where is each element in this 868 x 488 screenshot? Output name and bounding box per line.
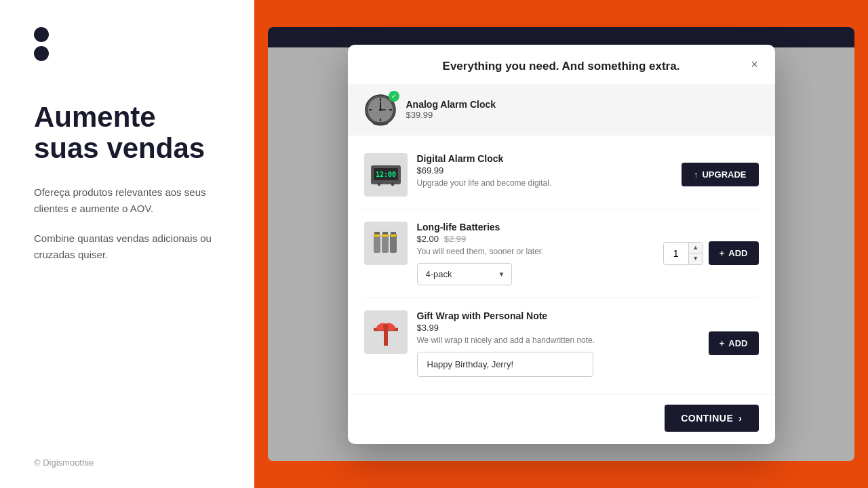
close-button[interactable]: × [747,57,763,73]
variant-select-wrap: 4-pack 8-pack 12-pack ▼ [417,263,512,285]
batteries-add-label: ADD [728,248,747,258]
footer-copyright: © Digismoothie [34,458,94,468]
gift-wrap-icon [367,313,405,351]
gift-wrap-name: Gift Wrap with Personal Note [417,310,699,321]
batteries-action: ▲ ▼ + ADD [663,241,759,265]
quantity-stepper: ▲ ▼ [663,242,703,265]
svg-rect-25 [391,235,396,237]
svg-rect-16 [391,182,394,186]
upgrade-label: UPGRADE [702,169,746,180]
logo [34,27,220,61]
modal-title: Everything you need. And something extra… [443,60,680,73]
current-item-name: Analog Alarm Clock [406,99,496,110]
gift-wrap-info: Gift Wrap with Personal Note $3.99 We wi… [417,310,699,377]
add-plus-icon: + [719,248,725,258]
current-item-info: Analog Alarm Clock $39.99 [406,99,496,120]
svg-rect-24 [391,232,396,235]
current-item-image: ✓ [364,94,397,126]
digital-clock-name: Digital Alarm Clock [417,153,672,164]
upsell-modal: Everything you need. And something extra… [348,45,775,444]
svg-rect-21 [382,232,388,235]
gift-wrap-add-button[interactable]: + ADD [709,331,759,355]
upsell-item-batteries: Long-life Batteries $2.00 $2.99 You will… [364,209,759,298]
svg-rect-22 [382,235,388,237]
logo-dot-top [34,27,49,42]
gift-add-plus-icon: + [719,338,725,348]
svg-rect-18 [374,232,380,235]
current-item-price: $39.99 [406,110,496,120]
batteries-price: $2.00 $2.99 [417,234,654,244]
upsell-item-digital-clock: 12:00 Digital Alarm Clock $69.99 Upgrade… [364,141,759,209]
modal-footer: CONTINUE › [348,394,775,444]
batteries-desc: You will need them, sooner or later. [417,247,654,256]
batteries-icon [367,224,405,262]
digital-clock-action: ↑ UPGRADE [682,163,759,186]
personal-note-input[interactable] [417,352,593,377]
batteries-variant-section: 4-pack 8-pack 12-pack ▼ [417,263,654,285]
svg-rect-17 [374,234,380,253]
current-item-section: ✓ Analog Alarm Clock $39.99 [348,84,775,136]
right-panel: Everything you need. And something extra… [254,0,868,488]
continue-label: CONTINUE [681,413,733,424]
svg-rect-15 [378,182,380,186]
qty-buttons: ▲ ▼ [688,243,703,264]
gift-wrap-image [364,310,408,354]
logo-dot-bottom [34,46,49,61]
quantity-input[interactable] [664,245,688,262]
svg-rect-19 [374,235,380,237]
personal-note-section [417,352,699,377]
svg-point-11 [384,122,388,125]
gift-wrap-price: $3.99 [417,323,699,333]
svg-text:12:00: 12:00 [375,171,395,178]
svg-point-10 [373,122,377,125]
digital-clock-image: 12:00 [364,153,408,197]
modal-header: Everything you need. And something extra… [348,45,775,84]
hero-title: Aumente suas vendas [34,102,220,164]
variant-select[interactable]: 4-pack 8-pack 12-pack [417,263,512,285]
continue-button[interactable]: CONTINUE › [665,405,758,432]
batteries-add-button[interactable]: + ADD [709,241,759,265]
batteries-name: Long-life Batteries [417,222,654,232]
hero-desc-1: Ofereça produtos relevantes aos seus cli… [34,184,220,217]
upsell-list: 12:00 Digital Alarm Clock $69.99 Upgrade… [348,136,775,394]
qty-increase-button[interactable]: ▲ [689,243,703,253]
upsell-item-gift-wrap: Gift Wrap with Personal Note $3.99 We wi… [364,298,759,389]
digital-clock-icon: 12:00 [367,156,405,194]
gift-wrap-desc: We will wrap it nicely and add a handwri… [417,336,699,345]
svg-rect-20 [382,234,389,253]
batteries-image [364,222,408,265]
check-badge: ✓ [389,91,399,102]
gift-wrap-add-label: ADD [728,338,747,348]
gift-wrap-action: + ADD [709,331,759,355]
left-panel: Aumente suas vendas Ofereça produtos rel… [0,0,254,488]
digital-clock-info: Digital Alarm Clock $69.99 Upgrade your … [417,153,672,188]
upgrade-arrow-icon: ↑ [694,169,698,180]
continue-arrow-icon: › [738,413,742,424]
svg-point-32 [383,324,389,329]
hero-desc-2: Combine quantas vendas adicionais ou cru… [34,230,220,263]
upgrade-button[interactable]: ↑ UPGRADE [682,163,759,186]
svg-rect-23 [390,234,397,253]
digital-clock-price: $69.99 [417,165,672,176]
batteries-info: Long-life Batteries $2.00 $2.99 You will… [417,222,654,285]
digital-clock-desc: Upgrade your life and become digital. [417,178,672,188]
qty-decrease-button[interactable]: ▼ [689,253,703,264]
